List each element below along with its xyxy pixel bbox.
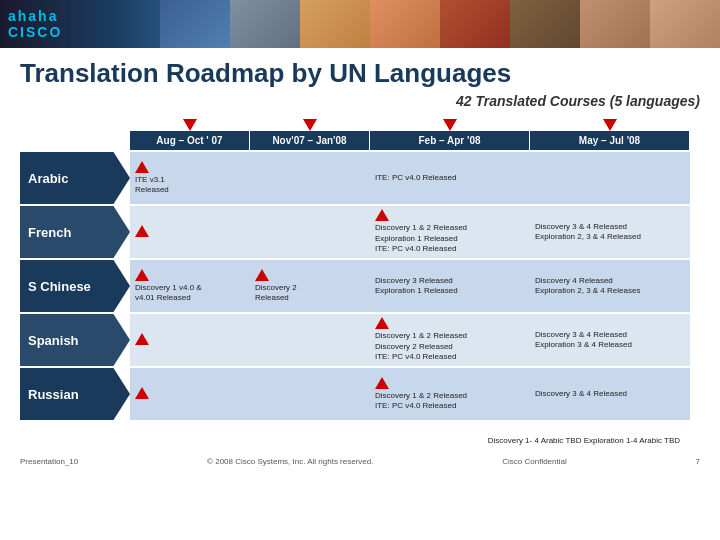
chinese-cell-1: Discovery 1 v4.0 &v4.01 Released [130,260,250,312]
arabic-cell-1-text: ITE v3.1Released [135,175,245,196]
arabic-cell-1: ITE v3.1Released [130,152,250,204]
russian-cell-4: Discovery 3 & 4 Released [530,368,690,420]
col-header-2: Nov'07 – Jan'08 [250,131,370,150]
language-rows: Arabic ITE v3.1Released ITE: PC v4.0 Rel… [20,152,700,420]
tri-cell-0 [20,117,130,131]
chinese-cell-3-text: Discovery 3 ReleasedExploration 1 Releas… [375,276,525,297]
chinese-row: S Chinese Discovery 1 v4.0 &v4.01 Releas… [20,260,700,312]
chinese-cell-3: Discovery 3 ReleasedExploration 1 Releas… [370,260,530,312]
cisco-logo-text: ahahaCISCO [8,8,62,40]
main-content: Translation Roadmap by UN Languages 42 T… [0,48,720,450]
spanish-cell-2 [250,314,370,366]
chinese-cell-1-text: Discovery 1 v4.0 &v4.01 Released [135,283,245,304]
btr-3 [370,420,530,434]
russian-cell-4-text: Discovery 3 & 4 Released [535,389,685,399]
spanish-up-tri-3 [375,317,389,329]
russian-up-tri-3 [375,377,389,389]
chinese-cell-2-text: Discovery 2Released [255,283,365,304]
cisco-logo: ahahaCISCO [8,8,62,40]
arabic-row: Arabic ITE v3.1Released ITE: PC v4.0 Rel… [20,152,700,204]
spanish-up-tri-1 [135,333,149,345]
arabic-cell-3: ITE: PC v4.0 Released [370,152,530,204]
chinese-cell-4-text: Discovery 4 ReleasedExploration 2, 3 & 4… [535,276,685,297]
timeline-container: Aug – Oct ' 07 Nov'07 – Jan'08 Feb – Apr… [20,117,700,434]
french-cell-4-text: Discovery 3 & 4 ReleasedExploration 2, 3… [535,222,685,243]
tri-cell-4 [530,117,690,131]
header-triangle-row [20,117,700,131]
french-cell-3: Discovery 1 & 2 ReleasedExploration 1 Re… [370,206,530,258]
french-cell-3-text: Discovery 1 & 2 ReleasedExploration 1 Re… [375,223,525,254]
header-banner: ahahaCISCO [0,0,720,48]
russian-row: Russian Discovery 1 & 2 ReleasedITE: PC … [20,368,700,420]
btr-4 [530,420,690,434]
arabic-label: Arabic [20,152,130,204]
spanish-cell-3-text: Discovery 1 & 2 ReleasedDiscovery 2 Rele… [375,331,525,362]
arabic-cell-2 [250,152,370,204]
russian-cell-3: Discovery 1 & 2 ReleasedITE: PC v4.0 Rel… [370,368,530,420]
page-title: Translation Roadmap by UN Languages [20,58,700,89]
btr-2 [250,420,370,434]
btr-1 [130,420,250,434]
spanish-cell-1 [130,314,250,366]
footer: Presentation_10 © 2008 Cisco Systems, In… [0,454,720,469]
spanish-cell-4-text: Discovery 3 & 4 ReleasedExploration 3 & … [535,330,685,351]
presentation-id: Presentation_10 [20,457,78,466]
chinese-up-tri-2 [255,269,269,281]
bottom-tri-row [20,420,700,434]
arabic-up-tri-1 [135,161,149,173]
column-headers: Aug – Oct ' 07 Nov'07 – Jan'08 Feb – Apr… [20,131,700,150]
col-header-4: May – Jul '08 [530,131,690,150]
down-triangle-2 [303,119,317,131]
spanish-row: Spanish Discovery 1 & 2 ReleasedDiscover… [20,314,700,366]
spanish-cell-3: Discovery 1 & 2 ReleasedDiscovery 2 Rele… [370,314,530,366]
tri-cell-2 [250,117,370,131]
arabic-cell-3-text: ITE: PC v4.0 Released [375,173,525,183]
down-triangle-4 [603,119,617,131]
french-cell-2 [250,206,370,258]
french-label: French [20,206,130,258]
french-cell-1 [130,206,250,258]
col-header-0 [20,131,130,150]
arabic-cell-4 [530,152,690,204]
french-up-tri-1 [135,225,149,237]
tri-cell-3 [370,117,530,131]
chinese-up-tri-1 [135,269,149,281]
col-header-1: Aug – Oct ' 07 [130,131,250,150]
chinese-label: S Chinese [20,260,130,312]
subtitle: 42 Translated Courses (5 languages) [20,93,700,109]
spanish-cell-4: Discovery 3 & 4 ReleasedExploration 3 & … [530,314,690,366]
page-number: 7 [696,457,700,466]
tri-cell-1 [130,117,250,131]
copyright: © 2008 Cisco Systems, Inc. All rights re… [207,457,373,466]
arabic-tbd-note: Discovery 1- 4 Arabic TBD Exploration 1-… [20,436,700,445]
down-triangle-3 [443,119,457,131]
french-up-tri-3 [375,209,389,221]
btr-0 [20,420,130,434]
french-cell-4: Discovery 3 & 4 ReleasedExploration 2, 3… [530,206,690,258]
confidentiality: Cisco Confidential [502,457,566,466]
col-header-3: Feb – Apr '08 [370,131,530,150]
french-row: French Discovery 1 & 2 ReleasedExplorati… [20,206,700,258]
spanish-label: Spanish [20,314,130,366]
russian-cell-3-text: Discovery 1 & 2 ReleasedITE: PC v4.0 Rel… [375,391,525,412]
chinese-cell-2: Discovery 2Released [250,260,370,312]
down-triangle-1 [183,119,197,131]
russian-cell-1 [130,368,250,420]
russian-label: Russian [20,368,130,420]
chinese-cell-4: Discovery 4 ReleasedExploration 2, 3 & 4… [530,260,690,312]
russian-cell-2 [250,368,370,420]
russian-up-tri-1 [135,387,149,399]
